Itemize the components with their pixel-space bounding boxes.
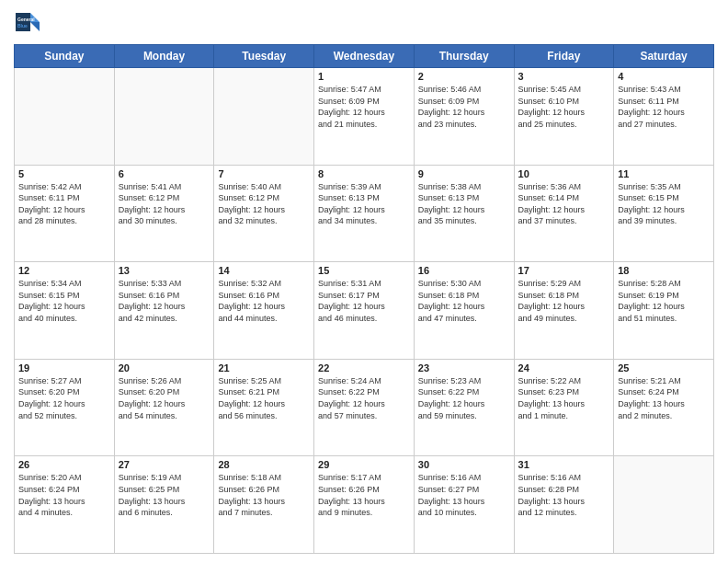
day-number: 29	[318, 459, 410, 470]
weekday-header-monday: Monday	[114, 45, 214, 68]
calendar-cell: 31Sunrise: 5:16 AM Sunset: 6:28 PM Dayli…	[514, 456, 614, 554]
cell-content: Sunrise: 5:21 AM Sunset: 6:24 PM Dayligh…	[618, 375, 710, 421]
header: General Blue	[14, 9, 714, 37]
day-number: 21	[218, 362, 310, 373]
cell-content: Sunrise: 5:47 AM Sunset: 6:09 PM Dayligh…	[318, 84, 410, 130]
day-number: 15	[318, 265, 410, 276]
calendar-cell: 6Sunrise: 5:41 AM Sunset: 6:12 PM Daylig…	[114, 165, 214, 262]
calendar-cell: 1Sunrise: 5:47 AM Sunset: 6:09 PM Daylig…	[314, 68, 415, 166]
calendar-cell: 22Sunrise: 5:24 AM Sunset: 6:22 PM Dayli…	[314, 359, 415, 456]
day-number: 20	[119, 362, 210, 373]
cell-content: Sunrise: 5:26 AM Sunset: 6:20 PM Dayligh…	[119, 375, 210, 421]
cell-content: Sunrise: 5:33 AM Sunset: 6:16 PM Dayligh…	[119, 278, 210, 324]
calendar-table: SundayMondayTuesdayWednesdayThursdayFrid…	[14, 44, 714, 554]
calendar-cell: 17Sunrise: 5:29 AM Sunset: 6:18 PM Dayli…	[514, 262, 614, 360]
day-number: 22	[318, 362, 410, 373]
cell-content: Sunrise: 5:27 AM Sunset: 6:20 PM Dayligh…	[18, 375, 110, 421]
calendar-cell: 9Sunrise: 5:38 AM Sunset: 6:13 PM Daylig…	[414, 165, 514, 262]
cell-content: Sunrise: 5:34 AM Sunset: 6:15 PM Dayligh…	[18, 278, 110, 324]
day-number: 11	[618, 168, 710, 179]
cell-content: Sunrise: 5:29 AM Sunset: 6:18 PM Dayligh…	[518, 278, 610, 324]
cell-content: Sunrise: 5:39 AM Sunset: 6:13 PM Dayligh…	[318, 181, 410, 227]
calendar-cell: 18Sunrise: 5:28 AM Sunset: 6:19 PM Dayli…	[614, 262, 714, 360]
calendar-cell: 30Sunrise: 5:16 AM Sunset: 6:27 PM Dayli…	[414, 456, 514, 554]
svg-text:Blue: Blue	[17, 23, 28, 29]
day-number: 25	[618, 362, 710, 373]
calendar-cell: 8Sunrise: 5:39 AM Sunset: 6:13 PM Daylig…	[314, 165, 415, 262]
cell-content: Sunrise: 5:18 AM Sunset: 6:26 PM Dayligh…	[218, 472, 310, 518]
cell-content: Sunrise: 5:16 AM Sunset: 6:28 PM Dayligh…	[518, 472, 610, 518]
cell-content: Sunrise: 5:17 AM Sunset: 6:26 PM Dayligh…	[318, 472, 410, 518]
logo: General Blue	[14, 9, 41, 37]
calendar-cell: 15Sunrise: 5:31 AM Sunset: 6:17 PM Dayli…	[314, 262, 415, 360]
week-row-3: 12Sunrise: 5:34 AM Sunset: 6:15 PM Dayli…	[15, 262, 714, 360]
cell-content: Sunrise: 5:42 AM Sunset: 6:11 PM Dayligh…	[18, 181, 110, 227]
calendar-cell: 21Sunrise: 5:25 AM Sunset: 6:21 PM Dayli…	[214, 359, 314, 456]
cell-content: Sunrise: 5:43 AM Sunset: 6:11 PM Dayligh…	[618, 84, 710, 130]
calendar-cell	[15, 68, 115, 166]
calendar-cell: 26Sunrise: 5:20 AM Sunset: 6:24 PM Dayli…	[15, 456, 115, 554]
day-number: 30	[418, 459, 510, 470]
weekday-header-sunday: Sunday	[15, 45, 115, 68]
svg-marker-1	[30, 22, 40, 31]
cell-content: Sunrise: 5:23 AM Sunset: 6:22 PM Dayligh…	[418, 375, 510, 421]
logo-icon: General Blue	[14, 9, 41, 37]
calendar-cell: 16Sunrise: 5:30 AM Sunset: 6:18 PM Dayli…	[414, 262, 514, 360]
cell-content: Sunrise: 5:30 AM Sunset: 6:18 PM Dayligh…	[418, 278, 510, 324]
cell-content: Sunrise: 5:25 AM Sunset: 6:21 PM Dayligh…	[218, 375, 310, 421]
cell-content: Sunrise: 5:20 AM Sunset: 6:24 PM Dayligh…	[18, 472, 110, 518]
cell-content: Sunrise: 5:24 AM Sunset: 6:22 PM Dayligh…	[318, 375, 410, 421]
day-number: 3	[518, 71, 610, 82]
cell-content: Sunrise: 5:31 AM Sunset: 6:17 PM Dayligh…	[318, 278, 410, 324]
calendar-cell: 12Sunrise: 5:34 AM Sunset: 6:15 PM Dayli…	[15, 262, 115, 360]
day-number: 13	[119, 265, 210, 276]
day-number: 31	[518, 459, 610, 470]
week-row-4: 19Sunrise: 5:27 AM Sunset: 6:20 PM Dayli…	[15, 359, 714, 456]
day-number: 26	[18, 459, 110, 470]
calendar-cell: 11Sunrise: 5:35 AM Sunset: 6:15 PM Dayli…	[614, 165, 714, 262]
calendar-cell: 4Sunrise: 5:43 AM Sunset: 6:11 PM Daylig…	[614, 68, 714, 166]
cell-content: Sunrise: 5:32 AM Sunset: 6:16 PM Dayligh…	[218, 278, 310, 324]
calendar-cell	[114, 68, 214, 166]
cell-content: Sunrise: 5:28 AM Sunset: 6:19 PM Dayligh…	[618, 278, 710, 324]
calendar-cell: 23Sunrise: 5:23 AM Sunset: 6:22 PM Dayli…	[414, 359, 514, 456]
week-row-2: 5Sunrise: 5:42 AM Sunset: 6:11 PM Daylig…	[15, 165, 714, 262]
cell-content: Sunrise: 5:35 AM Sunset: 6:15 PM Dayligh…	[618, 181, 710, 227]
cell-content: Sunrise: 5:40 AM Sunset: 6:12 PM Dayligh…	[218, 181, 310, 227]
calendar-cell: 25Sunrise: 5:21 AM Sunset: 6:24 PM Dayli…	[614, 359, 714, 456]
calendar-cell: 19Sunrise: 5:27 AM Sunset: 6:20 PM Dayli…	[15, 359, 115, 456]
day-number: 14	[218, 265, 310, 276]
week-row-1: 1Sunrise: 5:47 AM Sunset: 6:09 PM Daylig…	[15, 68, 714, 166]
day-number: 1	[318, 71, 410, 82]
calendar-cell: 24Sunrise: 5:22 AM Sunset: 6:23 PM Dayli…	[514, 359, 614, 456]
cell-content: Sunrise: 5:41 AM Sunset: 6:12 PM Dayligh…	[119, 181, 210, 227]
weekday-header-friday: Friday	[514, 45, 614, 68]
cell-content: Sunrise: 5:38 AM Sunset: 6:13 PM Dayligh…	[418, 181, 510, 227]
calendar-cell	[214, 68, 314, 166]
day-number: 18	[618, 265, 710, 276]
cell-content: Sunrise: 5:45 AM Sunset: 6:10 PM Dayligh…	[518, 84, 610, 130]
cell-content: Sunrise: 5:22 AM Sunset: 6:23 PM Dayligh…	[518, 375, 610, 421]
cell-content: Sunrise: 5:19 AM Sunset: 6:25 PM Dayligh…	[119, 472, 210, 518]
calendar-cell: 7Sunrise: 5:40 AM Sunset: 6:12 PM Daylig…	[214, 165, 314, 262]
cell-content: Sunrise: 5:36 AM Sunset: 6:14 PM Dayligh…	[518, 181, 610, 227]
day-number: 23	[418, 362, 510, 373]
calendar-cell: 13Sunrise: 5:33 AM Sunset: 6:16 PM Dayli…	[114, 262, 214, 360]
weekday-header-row: SundayMondayTuesdayWednesdayThursdayFrid…	[15, 45, 714, 68]
day-number: 10	[518, 168, 610, 179]
day-number: 8	[318, 168, 410, 179]
calendar-cell: 2Sunrise: 5:46 AM Sunset: 6:09 PM Daylig…	[414, 68, 514, 166]
calendar-cell: 3Sunrise: 5:45 AM Sunset: 6:10 PM Daylig…	[514, 68, 614, 166]
page: General Blue SundayMondayTuesdayWednesda…	[0, 0, 728, 563]
calendar-cell: 5Sunrise: 5:42 AM Sunset: 6:11 PM Daylig…	[15, 165, 115, 262]
weekday-header-tuesday: Tuesday	[214, 45, 314, 68]
cell-content: Sunrise: 5:16 AM Sunset: 6:27 PM Dayligh…	[418, 472, 510, 518]
week-row-5: 26Sunrise: 5:20 AM Sunset: 6:24 PM Dayli…	[15, 456, 714, 554]
day-number: 17	[518, 265, 610, 276]
day-number: 7	[218, 168, 310, 179]
cell-content: Sunrise: 5:46 AM Sunset: 6:09 PM Dayligh…	[418, 84, 510, 130]
day-number: 9	[418, 168, 510, 179]
day-number: 16	[418, 265, 510, 276]
weekday-header-wednesday: Wednesday	[314, 45, 415, 68]
svg-rect-2	[16, 13, 30, 31]
